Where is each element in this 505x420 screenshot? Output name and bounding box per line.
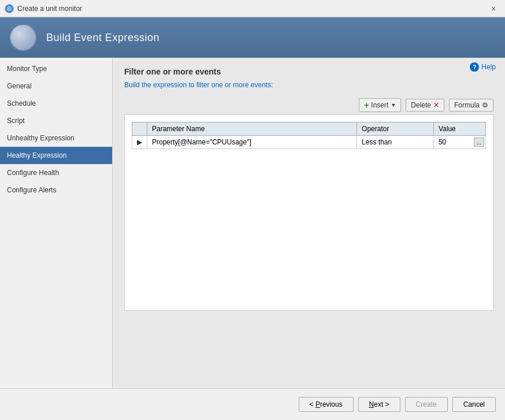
sidebar-item-healthy-expression[interactable]: Healthy Expression: [0, 147, 112, 164]
sidebar-item-label: Configure Health: [7, 169, 59, 177]
expression-table: Parameter Name Operator Value ▶ Property…: [132, 122, 486, 149]
table-row: ▶ Property[@Name="CPUUsage"] Less than 5…: [132, 136, 486, 149]
header-title: Build Event Expression: [46, 32, 159, 44]
header-icon: [9, 24, 37, 51]
insert-label: Insert: [371, 101, 388, 109]
footer: < Previous Next > Create Cancel: [0, 388, 505, 420]
insert-icon: +: [364, 101, 369, 110]
formula-button[interactable]: Formula ⚙: [449, 99, 493, 111]
table-header-row: Parameter Name Operator Value: [132, 122, 486, 136]
parameter-name-cell[interactable]: Property[@Name="CPUUsage"]: [147, 136, 357, 149]
sidebar: Monitor Type General Schedule Script Unh…: [0, 58, 113, 388]
content-area: Filter one or more events Build the expr…: [113, 58, 505, 388]
sidebar-item-configure-health[interactable]: Configure Health: [0, 164, 112, 181]
sidebar-item-label: Monitor Type: [7, 65, 47, 73]
row-expand-arrow[interactable]: ▶: [132, 136, 147, 149]
toolbar: + Insert ▼ Delete ✕ Formula ⚙: [124, 98, 493, 112]
sidebar-item-label: Schedule: [7, 99, 36, 107]
sidebar-item-general[interactable]: General: [0, 77, 112, 95]
section-subtitle: Build the expression to filter one or mo…: [124, 81, 493, 89]
sidebar-item-label: Unhealthy Expression: [7, 134, 75, 142]
operator-cell[interactable]: Less than: [357, 136, 434, 149]
next-button[interactable]: Next >: [358, 397, 400, 412]
arrow-icon: ▶: [137, 138, 142, 146]
value-text: 50: [439, 138, 446, 146]
formula-icon: ⚙: [482, 101, 488, 109]
help-icon: ?: [470, 62, 479, 72]
sidebar-item-label: Script: [7, 117, 25, 125]
sidebar-item-monitor-type[interactable]: Monitor Type: [0, 60, 112, 77]
sidebar-item-schedule[interactable]: Schedule: [0, 95, 112, 112]
expression-table-wrapper: Parameter Name Operator Value ▶ Property…: [124, 114, 493, 311]
previous-label: < Previous: [310, 400, 343, 408]
previous-button[interactable]: < Previous: [299, 397, 354, 412]
sidebar-item-configure-alerts[interactable]: Configure Alerts: [0, 181, 112, 199]
app-icon: [5, 4, 14, 13]
header: Build Event Expression: [0, 17, 505, 58]
browse-button[interactable]: ...: [474, 137, 484, 147]
insert-button[interactable]: + Insert ▼: [359, 98, 401, 112]
close-button[interactable]: ×: [487, 2, 500, 16]
create-button[interactable]: Create: [405, 397, 448, 412]
window-title: Create a unit monitor: [17, 5, 82, 13]
title-bar: Create a unit monitor ×: [0, 0, 505, 17]
main-layout: Monitor Type General Schedule Script Unh…: [0, 58, 505, 388]
sidebar-item-label: Healthy Expression: [7, 151, 66, 159]
help-link[interactable]: ? Help: [470, 62, 496, 72]
sidebar-item-label: Configure Alerts: [7, 186, 56, 194]
sidebar-item-script[interactable]: Script: [0, 112, 112, 129]
sidebar-item-unhealthy-expression[interactable]: Unhealthy Expression: [0, 129, 112, 147]
col-value: Value: [433, 122, 485, 136]
delete-icon: ✕: [433, 101, 439, 109]
help-label: Help: [481, 63, 496, 71]
title-bar-left: Create a unit monitor: [5, 4, 82, 13]
col-arrow: [132, 122, 147, 136]
col-operator: Operator: [357, 122, 434, 136]
cancel-label: Cancel: [463, 400, 485, 408]
formula-label: Formula: [454, 101, 480, 109]
value-cell[interactable]: 50 ...: [433, 136, 485, 149]
delete-label: Delete: [411, 101, 431, 109]
next-label: Next >: [369, 400, 389, 408]
col-parameter-name: Parameter Name: [147, 122, 357, 136]
cancel-button[interactable]: Cancel: [452, 397, 496, 412]
section-title: Filter one or more events: [124, 67, 493, 76]
svg-point-1: [7, 6, 12, 11]
create-label: Create: [416, 400, 437, 408]
delete-button[interactable]: Delete ✕: [406, 99, 444, 111]
sidebar-item-label: General: [7, 82, 32, 90]
chevron-down-icon: ▼: [391, 102, 396, 108]
